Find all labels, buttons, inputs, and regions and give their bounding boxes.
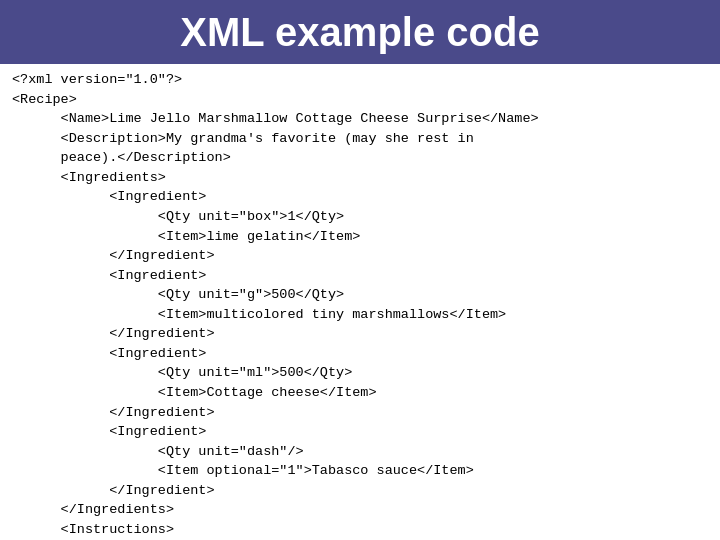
page-container: XML example code <?xml version="1.0"?> <… [0, 0, 720, 540]
page-title: XML example code [0, 0, 720, 64]
code-block: <?xml version="1.0"?> <Recipe> <Name>Lim… [0, 64, 720, 540]
